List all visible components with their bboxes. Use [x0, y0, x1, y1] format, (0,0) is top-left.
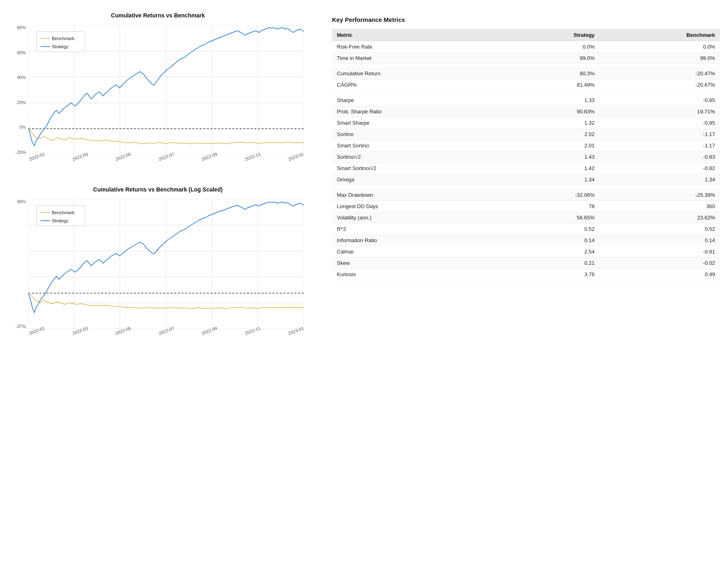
metric-benchmark-value: 0.52	[600, 224, 720, 235]
table-row: Max Drawdown-32.06%-25.39%	[332, 189, 720, 201]
metric-name: Information Ratio	[332, 235, 503, 246]
y1-label-80: 80%	[17, 25, 26, 30]
table-row: Calmar2.54-0.81	[332, 246, 720, 258]
metric-name: Risk-Free Rate	[332, 41, 503, 53]
metric-strategy-value: 2.54	[503, 246, 599, 258]
metric-name: Omega	[332, 174, 503, 185]
metric-strategy-value: 0.0%	[503, 41, 599, 53]
y1-label-40: 40%	[17, 75, 26, 80]
table-row: Smart Sharpe1.32-0.85	[332, 117, 720, 129]
table-row	[332, 64, 720, 68]
metric-name: Smart Sortino	[332, 140, 503, 151]
metric-name: Sortino	[332, 129, 503, 140]
metrics-title: Key Performance Metrics	[332, 16, 720, 23]
svg-text:Benchmark: Benchmark	[52, 210, 75, 215]
col-metric: Metric	[332, 29, 503, 41]
table-row: CAGR%81.49%-20.67%	[332, 79, 720, 91]
right-panel: Key Performance Metrics Metric Strategy …	[316, 12, 720, 550]
svg-text:Strategy: Strategy	[52, 44, 68, 49]
table-row: Sharpe1.33-0.85	[332, 95, 720, 106]
y1-label-0: 0%	[19, 125, 26, 130]
chart2-title: Cumulative Returns vs Benchmark (Log Sca…	[8, 186, 308, 193]
metric-strategy-value: 2.02	[503, 129, 599, 140]
table-row: Skew0.21-0.02	[332, 258, 720, 269]
chart2-container: Cumulative Returns vs Benchmark (Log Sca…	[8, 186, 308, 336]
y1-label-20: 20%	[17, 100, 26, 105]
metric-benchmark-value: 1.34	[600, 174, 720, 185]
table-row: Smart Sortino/√21.42-0.82	[332, 163, 720, 174]
y2-label-top: 98%	[17, 199, 26, 204]
metric-name: Sharpe	[332, 95, 503, 106]
table-row: Smart Sortino2.01-1.17	[332, 140, 720, 151]
metric-strategy-value: 0.14	[503, 235, 599, 246]
metric-strategy-value: 0.21	[503, 258, 599, 269]
chart1-title: Cumulative Returns vs Benchmark	[8, 12, 308, 19]
metric-strategy-value: 1.42	[503, 163, 599, 174]
col-strategy: Strategy	[503, 29, 599, 41]
y1-label-n20: -20%	[15, 150, 26, 155]
metric-strategy-value: 0.52	[503, 224, 599, 235]
metrics-table: Metric Strategy Benchmark Risk-Free Rate…	[332, 29, 720, 280]
metric-strategy-value: 81.49%	[503, 79, 599, 91]
metric-name: Time in Market	[332, 53, 503, 64]
metric-benchmark-value: -20.47%	[600, 68, 720, 79]
metric-strategy-value: -32.06%	[503, 189, 599, 201]
metric-benchmark-value: 19.71%	[600, 106, 720, 117]
metric-benchmark-value: -0.85	[600, 117, 720, 129]
metric-name: R^2	[332, 224, 503, 235]
metric-name: Longest DD Days	[332, 201, 503, 212]
metric-strategy-value: 3.76	[503, 269, 599, 280]
chart1-container: Cumulative Returns vs Benchmark 80% 60% …	[8, 12, 308, 162]
table-row: R^20.520.52	[332, 224, 720, 235]
metric-name: Volatility (ann.)	[332, 212, 503, 224]
metric-benchmark-value: -1.17	[600, 140, 720, 151]
metric-strategy-value: 1.33	[503, 95, 599, 106]
metric-benchmark-value: 360	[600, 201, 720, 212]
metric-name: Calmar	[332, 246, 503, 258]
table-row: Prob. Sharpe Ratio90.83%19.71%	[332, 106, 720, 117]
svg-text:Benchmark: Benchmark	[52, 36, 75, 41]
metric-benchmark-value: 0.14	[600, 235, 720, 246]
metric-strategy-value: 1.43	[503, 151, 599, 163]
metric-benchmark-value: -20.67%	[600, 79, 720, 91]
metric-name: Sortino/√2	[332, 151, 503, 163]
metric-strategy-value: 78	[503, 201, 599, 212]
metric-benchmark-value: -25.39%	[600, 189, 720, 201]
metric-benchmark-value: -0.83	[600, 151, 720, 163]
metric-benchmark-value: -0.85	[600, 95, 720, 106]
metric-name: Smart Sortino/√2	[332, 163, 503, 174]
metric-strategy-value: 1.34	[503, 174, 599, 185]
metric-benchmark-value: -0.82	[600, 163, 720, 174]
metric-strategy-value: 1.32	[503, 117, 599, 129]
table-row: Sortino2.02-1.17	[332, 129, 720, 140]
metric-benchmark-value: 23.62%	[600, 212, 720, 224]
metric-strategy-value: 99.0%	[503, 53, 599, 64]
metric-name: Smart Sharpe	[332, 117, 503, 129]
table-row: Time in Market99.0%99.0%	[332, 53, 720, 64]
chart1-svg: Benchmark Strategy	[28, 25, 304, 155]
metric-name: Max Drawdown	[332, 189, 503, 201]
metric-name: Prob. Sharpe Ratio	[332, 106, 503, 117]
table-row: Omega1.341.34	[332, 174, 720, 185]
table-row	[332, 91, 720, 95]
table-row: Risk-Free Rate0.0%0.0%	[332, 41, 720, 53]
table-row: Longest DD Days78360	[332, 201, 720, 212]
left-panel: Cumulative Returns vs Benchmark 80% 60% …	[8, 12, 316, 550]
table-row	[332, 185, 720, 189]
metric-strategy-value: 2.01	[503, 140, 599, 151]
metric-benchmark-value: -0.02	[600, 258, 720, 269]
metric-name: Kurtosis	[332, 269, 503, 280]
metric-benchmark-value: 99.0%	[600, 53, 720, 64]
svg-text:Strategy: Strategy	[52, 218, 68, 223]
metric-strategy-value: 80.3%	[503, 68, 599, 79]
table-row: Information Ratio0.140.14	[332, 235, 720, 246]
metrics-header-row: Metric Strategy Benchmark	[332, 29, 720, 41]
metric-strategy-value: 90.83%	[503, 106, 599, 117]
col-benchmark: Benchmark	[600, 29, 720, 41]
table-row: Cumulative Return80.3%-20.47%	[332, 68, 720, 79]
metric-benchmark-value: 0.0%	[600, 41, 720, 53]
table-row: Sortino/√21.43-0.83	[332, 151, 720, 163]
metric-name: Cumulative Return	[332, 68, 503, 79]
table-row: Kurtosis3.760.49	[332, 269, 720, 280]
metric-benchmark-value: -0.81	[600, 246, 720, 258]
